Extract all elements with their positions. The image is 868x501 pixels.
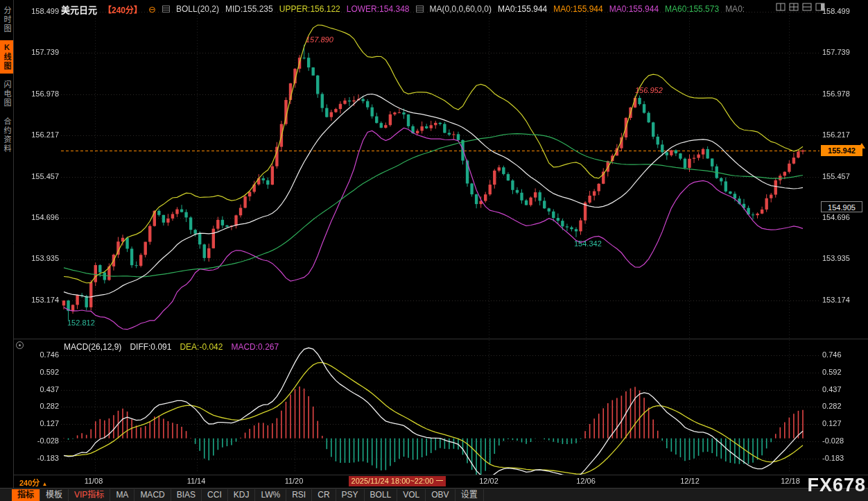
period-label[interactable]: 【240分】	[103, 3, 142, 15]
price-tick: 154.696	[21, 213, 59, 221]
tab-bias[interactable]: BIAS	[171, 489, 202, 501]
ma0-value-4: MA0:	[725, 4, 745, 14]
annotation-pullback-low: 154.342	[574, 239, 602, 248]
tab-cr[interactable]: CR	[312, 489, 336, 501]
last-price-tag: 155.942	[821, 145, 862, 156]
tab-rsi[interactable]: RSI	[286, 489, 312, 501]
tab-template[interactable]: 模板	[40, 489, 69, 501]
price-tick: 156.978	[21, 90, 59, 98]
price-tick: 156.217	[21, 130, 59, 139]
selected-candle-time-badge: 2025/11/24 18:00~22:00 一	[349, 476, 446, 486]
x-date: 12/02	[474, 477, 504, 485]
toolbar: 美元日元 【240分】 ⊖ BOLL(20,2) MID:155.235 UPP…	[61, 0, 745, 18]
price-tick: 158.499	[822, 7, 862, 15]
tab-vol[interactable]: VOL	[397, 489, 426, 501]
x-date: 12/18	[775, 477, 806, 485]
ma-settings-icon[interactable]	[416, 6, 424, 12]
price-tick: 154.696	[822, 213, 862, 221]
annotation-secondary-high: 156.952	[635, 86, 663, 94]
window-layout-icons	[776, 3, 825, 11]
macd-diff-value: DIFF:0.091	[130, 342, 171, 352]
indicator-tab-bar: 指标 模板 VIP指标 MA MACD BIAS CCI KDJ LW% RSI…	[0, 488, 868, 501]
macd-tick: -0.183	[21, 454, 59, 462]
price-tick: 158.499	[21, 7, 59, 15]
macd-tick: 0.282	[21, 402, 59, 410]
macd-tick: 0.592	[21, 368, 59, 376]
ma60-value: MA60:155.573	[665, 4, 719, 14]
tab-settings[interactable]: 设置	[455, 489, 484, 501]
period-selector[interactable]: 240分 ▲	[19, 477, 47, 488]
sidebar: 分时图 K线图 闪电图 合约资料	[0, 0, 13, 501]
tab-indicator[interactable]: 指标	[12, 489, 40, 501]
tab-obv[interactable]: OBV	[426, 489, 455, 501]
macd-tick: -0.183	[822, 454, 862, 462]
layout-hsplit-icon[interactable]	[802, 3, 812, 11]
ma0-value-1: MA0:155.944	[498, 4, 547, 14]
price-tick: 157.739	[21, 48, 59, 56]
tab-kdj[interactable]: KDJ	[228, 489, 256, 501]
macd-tick: 0.592	[822, 368, 862, 376]
sidebar-item-tickchart[interactable]: 闪电图	[0, 78, 13, 110]
annotation-low: 152.812	[67, 319, 95, 327]
price-tick: 153.935	[822, 254, 862, 262]
chevron-up-icon: ▲	[42, 481, 47, 487]
macd-tick: 0.127	[21, 419, 59, 427]
x-date: 12/06	[571, 477, 601, 485]
boll-settings-icon[interactable]	[162, 6, 170, 12]
macd-dea-value: DEA:-0.042	[180, 342, 223, 352]
x-date: 11/20	[279, 477, 309, 485]
layout-grid-icon[interactable]	[789, 3, 799, 11]
boll-upper-value: UPPER:156.122	[279, 4, 340, 14]
boll-lower-value: LOWER:154.348	[347, 4, 410, 14]
boll-mid-value: MID:155.235	[225, 4, 273, 14]
sidebar-item-contract-info[interactable]: 合约资料	[0, 114, 13, 156]
macd-macd-value: MACD:0.267	[231, 342, 279, 352]
tab-cci[interactable]: CCI	[202, 489, 228, 501]
price-tick: 157.739	[822, 48, 862, 56]
macd-tick: 0.746	[822, 350, 862, 359]
x-date: 11/08	[78, 477, 109, 485]
tab-lw[interactable]: LW%	[255, 489, 286, 501]
annotation-high: 157.890	[306, 35, 333, 44]
indicator-panel-toggle-icon[interactable]	[16, 341, 24, 349]
tab-ma[interactable]: MA	[110, 489, 134, 501]
ma-label: MA(0,0,0,60,0,0)	[430, 4, 492, 14]
price-tick: 156.217	[822, 130, 862, 139]
ma0-value-2: MA0:155.944	[553, 4, 602, 14]
symbol-title: 美元日元	[61, 3, 97, 16]
macd-header: MACD(26,12,9) DIFF:0.091 DEA:-0.042 MACD…	[64, 342, 279, 352]
macd-tick: 0.437	[822, 385, 862, 393]
price-tick: 153.174	[822, 296, 862, 304]
latest-price-marker-icon[interactable]	[858, 143, 865, 148]
zoom-out-icon[interactable]: ⊖	[148, 5, 156, 14]
price-tick: 153.935	[21, 254, 59, 262]
macd-tick: -0.028	[21, 436, 59, 445]
x-date: 11/14	[181, 477, 211, 485]
macd-tick: 0.282	[822, 402, 862, 410]
price-tick: 155.457	[21, 172, 59, 180]
price-tick: 156.978	[822, 90, 862, 98]
tab-psy[interactable]: PSY	[336, 489, 365, 501]
layout-single-icon[interactable]	[776, 3, 785, 11]
sidebar-item-timechart[interactable]: 分时图	[0, 3, 13, 36]
macd-tick: -0.028	[822, 436, 862, 445]
tab-boll[interactable]: BOLL	[365, 489, 398, 501]
x-date: 12/12	[675, 477, 705, 485]
macd-tick: 0.746	[21, 350, 59, 359]
macd-title: MACD(26,12,9)	[64, 342, 121, 352]
prev-close-tag: 154.905	[821, 201, 862, 212]
main-chart-canvas[interactable]	[0, 0, 868, 501]
boll-label: BOLL(20,2)	[176, 4, 219, 14]
macd-tick: 0.437	[21, 385, 59, 393]
layout-vsplit-icon[interactable]	[815, 3, 825, 11]
macd-tick: 0.127	[822, 419, 862, 427]
tab-macd[interactable]: MACD	[134, 489, 171, 501]
price-tick: 153.174	[21, 296, 59, 304]
price-tick: 155.457	[822, 172, 862, 180]
tab-vip[interactable]: VIP指标	[69, 489, 110, 501]
sidebar-item-kline[interactable]: K线图	[0, 40, 13, 74]
fx678-watermark: FX678	[807, 475, 866, 496]
ma0-value-3: MA0:155.944	[609, 4, 659, 14]
